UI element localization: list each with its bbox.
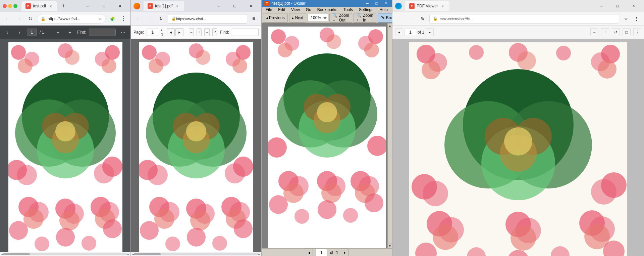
okular-zoom-in-button[interactable]: 🔍+ Zoom In <box>354 13 376 23</box>
firefox-tab-testpdf[interactable]: P test[1].pdf × <box>144 1 184 11</box>
okular-zoom-out-button[interactable]: 🔍− Zoom Out <box>329 13 352 23</box>
edge-address-bar[interactable]: 🔒 moz-extension://fc... <box>429 14 619 24</box>
close-dot[interactable] <box>3 4 7 8</box>
okular-status-prev-button[interactable]: ◂ <box>305 249 313 256</box>
chrome-pdf-zoom-in-button[interactable]: + <box>65 28 74 37</box>
firefox-tab-close[interactable]: × <box>175 3 180 9</box>
firefox-reload-button[interactable]: ↻ <box>156 14 166 24</box>
okular-maximize-button[interactable]: □ <box>373 0 380 7</box>
firefox-pdf-fit-width-button[interactable]: ↔ <box>204 28 209 36</box>
okular-menu-view[interactable]: View <box>288 7 303 13</box>
edge-pdf-fit-button[interactable]: □ <box>623 28 631 36</box>
max-dot[interactable] <box>13 4 17 8</box>
edge-pdf-toolbar: ◂ of 1 ▸ − + ↺ □ ⋮ <box>392 26 644 39</box>
edge-minimize-button[interactable]: ─ <box>594 1 609 11</box>
edge-pdf-page-input[interactable] <box>405 29 416 36</box>
edge-forward-button[interactable]: → <box>407 14 416 24</box>
chrome-pdf-page-input[interactable] <box>27 29 37 36</box>
firefox-scrollbar-thumb[interactable] <box>134 253 161 255</box>
okular-prev-icon: ◂ <box>266 16 268 20</box>
chrome-scrollbar-bottom[interactable]: ◂ ▸ <box>0 252 130 256</box>
edge-pdf-more-button[interactable]: ⋮ <box>633 28 641 36</box>
firefox-pdf-prev-button[interactable]: ◂ <box>167 28 175 36</box>
firefox-address-bar[interactable]: 🔒 https://www.efsd... <box>168 14 247 24</box>
okular-menu-file[interactable]: File <box>263 7 275 13</box>
firefox-scroll-right-icon[interactable]: ▸ <box>258 252 260 256</box>
chrome-menu-button[interactable]: ⋮ <box>118 14 128 24</box>
chrome-forward-button[interactable]: → <box>14 14 23 24</box>
chrome-pdf-find-input[interactable] <box>89 29 116 36</box>
edge-favorites-button[interactable]: ☆ <box>621 14 631 24</box>
chrome-pdf-next-button[interactable]: › <box>15 28 24 37</box>
chrome-pdf-more-button[interactable]: ⋯ <box>118 28 128 37</box>
okular-status-page-input[interactable] <box>316 249 327 256</box>
okular-menu-settings[interactable]: Settings <box>356 7 376 13</box>
chrome-extra-buttons: 🧩 ⋮ <box>108 14 128 24</box>
firefox-maximize-button[interactable]: □ <box>227 1 243 11</box>
okular-zoom-select[interactable]: 100% 75% 125% 150% <box>308 14 328 22</box>
edge-pdf-prev-page-button[interactable]: ◂ <box>395 28 403 36</box>
firefox-forward-button[interactable]: → <box>145 14 154 24</box>
chrome-back-button[interactable]: ← <box>3 14 12 24</box>
okular-minimize-button[interactable]: ─ <box>364 0 371 7</box>
firefox-back-button[interactable]: ← <box>133 14 143 24</box>
edge-close-button[interactable]: × <box>626 1 641 11</box>
chrome-bookmark-icon[interactable]: ☆ <box>98 16 102 21</box>
firefox-pdf-next-button[interactable]: ▸ <box>175 28 183 36</box>
okular-scroll-up-button[interactable]: ▲ <box>388 23 392 28</box>
firefox-win-controls: ─ □ × <box>211 1 259 11</box>
edge-more-button[interactable]: ⋮ <box>632 14 641 24</box>
okular-close-button[interactable]: × <box>383 0 389 7</box>
edge-tab[interactable]: P PDF Viewer × <box>405 1 449 11</box>
edge-maximize-button[interactable]: □ <box>610 1 625 11</box>
okular-scroll-down-button[interactable]: ▼ <box>388 244 392 248</box>
firefox-pdf-find-input[interactable] <box>232 29 259 36</box>
firefox-url-text: https://www.efsd... <box>176 17 244 21</box>
edge-pdf-rotate-button[interactable]: ↺ <box>612 28 620 36</box>
okular-menu-help[interactable]: Help <box>377 7 390 13</box>
okular-next-button[interactable]: ▸ Next <box>289 13 307 23</box>
firefox-scrollbar-track[interactable] <box>134 253 258 255</box>
okular-scrollbar-right[interactable]: ▲ ▼ <box>387 23 392 248</box>
svg-point-55 <box>225 163 245 183</box>
chrome-tab-close[interactable]: × <box>48 3 53 9</box>
okular-menu-edit[interactable]: Edit <box>275 7 288 13</box>
okular-status-next-button[interactable]: ▸ <box>341 249 349 256</box>
okular-menu-tools[interactable]: Tools <box>341 7 356 13</box>
close-button[interactable]: × <box>112 1 128 11</box>
okular-menu-bookmarks[interactable]: Bookmarks <box>315 7 340 13</box>
chrome-tab-testpdf[interactable]: P test.pdf × <box>21 1 57 11</box>
edge-tab-close[interactable]: × <box>440 3 445 9</box>
chrome-extensions-button[interactable]: 🧩 <box>108 14 117 24</box>
okular-status-total-text: 1 <box>336 250 338 255</box>
okular-menu-go[interactable]: Go <box>303 7 314 13</box>
maximize-button[interactable]: □ <box>96 1 112 11</box>
chrome-scroll-right-icon[interactable]: ▸ <box>127 252 129 256</box>
firefox-close-button[interactable]: × <box>243 1 259 11</box>
chrome-pdf-zoom-out-button[interactable]: − <box>53 28 62 37</box>
chrome-reload-button[interactable]: ↻ <box>25 14 35 24</box>
firefox-extensions-button[interactable]: ≡ <box>249 14 259 24</box>
edge-pdf-content <box>392 39 644 256</box>
edge-pdf-zoom-in-button[interactable]: + <box>601 28 609 36</box>
okular-content-wrapper: ▲ ▼ <box>262 23 392 248</box>
chrome-pdf-prev-button[interactable]: ‹ <box>3 28 12 37</box>
firefox-pdf-zoom-in-button[interactable]: + <box>197 28 202 36</box>
firefox-scrollbar-bottom[interactable]: ◂ ▸ <box>131 252 261 256</box>
edge-pdf-next-page-button[interactable]: ▸ <box>426 28 434 36</box>
chrome-new-tab-button[interactable]: + <box>59 1 68 11</box>
chrome-address-bar[interactable]: 🔒 https://www.efsd... ☆ <box>37 14 106 24</box>
edge-pdf-zoom-out-button[interactable]: − <box>590 28 598 36</box>
edge-pdf-icon: P <box>409 3 415 9</box>
edge-reload-button[interactable]: ↻ <box>418 14 427 24</box>
chrome-scrollbar-thumb[interactable] <box>3 253 30 255</box>
firefox-minimize-button[interactable]: ─ <box>211 1 226 11</box>
firefox-pdf-page-input[interactable] <box>147 29 158 36</box>
firefox-pdf-rotate-button[interactable]: ↺ <box>212 28 217 36</box>
firefox-pdf-zoom-out-button[interactable]: − <box>189 28 194 36</box>
edge-back-button[interactable]: ← <box>395 14 405 24</box>
okular-prev-button[interactable]: ◂ Previous <box>263 13 288 23</box>
min-dot[interactable] <box>8 4 12 8</box>
chrome-scrollbar-track[interactable] <box>3 253 127 255</box>
minimize-button[interactable]: ─ <box>80 1 96 11</box>
